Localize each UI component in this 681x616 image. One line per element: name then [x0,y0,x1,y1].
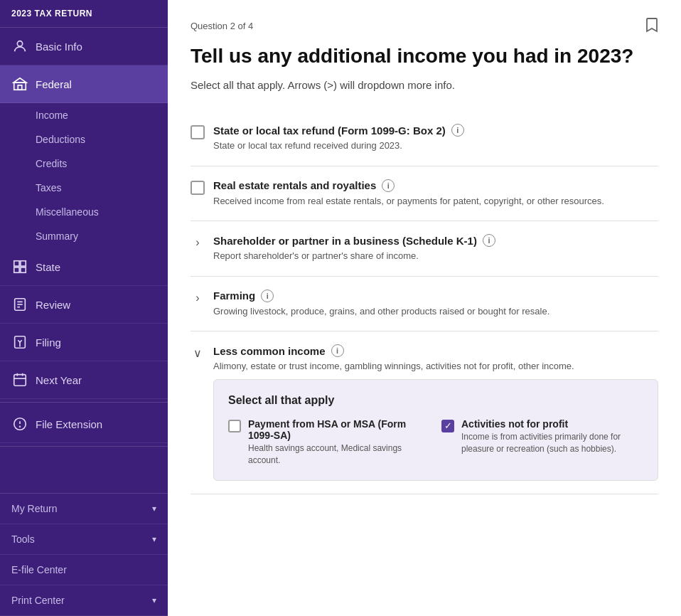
svg-rect-5 [14,267,19,272]
sidebar-sub-credits[interactable]: Credits [0,152,168,176]
info-icon-farming[interactable]: i [261,290,274,302]
svg-rect-6 [21,267,26,272]
expand-option-hsa-content: Payment from HSA or MSA (Form 1099-SA) H… [248,418,430,467]
sidebar-item-basic-info-label: Basic Info [36,41,82,53]
svg-point-0 [17,41,22,46]
state-icon [11,258,28,275]
checkbox-activities[interactable]: ✓ [441,420,454,432]
checkbox-real-estate[interactable] [191,181,205,195]
sidebar-item-filing[interactable]: Filing [0,324,168,361]
sidebar-item-federal-label: Federal [36,78,72,90]
sidebar-bottom-my-return[interactable]: My Return ▾ [0,494,168,524]
sidebar-sub-income[interactable]: Income [0,103,168,127]
filing-icon [11,334,28,351]
option-less-common-title: Less common income i [213,344,658,357]
sidebar-item-next-year-label: Next Year [36,374,82,386]
svg-rect-4 [21,261,26,266]
expand-option-activities: ✓ Activities not for profit Income is fr… [441,418,643,467]
option-less-common: ∨ Less common income i Alimony, estate o… [191,331,658,494]
option-shareholder-desc: Report shareholder's or partner's share … [213,249,658,263]
sidebar: 2023 TAX RETURN Basic Info Federal Incom… [0,0,168,616]
main-content: Question 2 of 4 Tell us any additional i… [168,0,681,616]
info-icon-real-estate[interactable]: i [382,179,395,192]
sidebar-title: 2023 TAX RETURN [0,0,168,28]
building-icon [11,75,28,92]
person-icon [11,38,28,55]
svg-rect-2 [18,85,22,90]
question-counter-row: Question 2 of 4 [191,17,658,35]
expand-option-activities-title: Activities not for profit [461,418,643,430]
chevron-down-icon: ▾ [152,595,156,605]
review-icon [11,296,28,313]
option-shareholder-title: Shareholder or partner in a business (Sc… [213,234,658,247]
option-real-estate-desc: Received income from real estate rentals… [213,194,658,208]
sidebar-item-file-extension[interactable]: File Extension [0,405,168,443]
option-less-common-content: Less common income i Alimony, estate or … [213,344,658,481]
option-farming: › Farming i Growing livestock, produce, … [191,277,658,332]
bookmark-icon[interactable] [645,17,658,35]
info-icon-shareholder[interactable]: i [483,234,495,247]
option-shareholder: › Shareholder or partner in a business (… [191,221,658,277]
expand-grid: Payment from HSA or MSA (Form 1099-SA) H… [228,418,643,467]
info-icon-state-refund[interactable]: i [451,124,464,137]
sidebar-item-review[interactable]: Review [0,286,168,324]
arrow-less-common[interactable]: ∨ [191,346,205,360]
page-title: Tell us any additional income you had in… [191,43,658,69]
expand-option-hsa-desc: Health savings account, Medical savings … [248,442,430,467]
sidebar-item-federal[interactable]: Federal [0,65,168,103]
sidebar-bottom-efile[interactable]: E-file Center [0,555,168,585]
svg-point-19 [20,426,21,427]
option-farming-content: Farming i Growing livestock, produce, gr… [213,290,658,319]
option-real-estate: Real estate rentals and royalties i Rece… [191,166,658,222]
svg-rect-3 [14,261,19,266]
sidebar-bottom-print-center[interactable]: Print Center ▾ [0,585,168,616]
sidebar-item-review-label: Review [36,299,70,311]
sidebar-item-basic-info[interactable]: Basic Info [0,28,168,65]
sidebar-item-filing-label: Filing [36,336,61,349]
expand-panel: Select all that apply Payment from HSA o… [213,379,658,482]
option-shareholder-content: Shareholder or partner in a business (Sc… [213,234,658,263]
expand-panel-title: Select all that apply [228,394,643,407]
sidebar-sub-deductions[interactable]: Deductions [0,127,168,152]
arrow-shareholder[interactable]: › [191,235,205,250]
info-icon-less-common[interactable]: i [331,344,344,357]
sidebar-item-next-year[interactable]: Next Year [0,361,168,399]
chevron-down-icon: ▾ [152,534,156,544]
expand-option-hsa: Payment from HSA or MSA (Form 1099-SA) H… [228,418,430,467]
option-state-refund: State or local tax refund (Form 1099-G: … [191,111,658,166]
option-real-estate-content: Real estate rentals and royalties i Rece… [213,179,658,208]
sidebar-bottom: My Return ▾ Tools ▾ E-file Center Print … [0,493,168,616]
sidebar-bottom-tools[interactable]: Tools ▾ [0,524,168,555]
sidebar-item-state-label: State [36,261,60,273]
question-counter-text: Question 2 of 4 [191,21,253,31]
calendar-icon [11,371,28,388]
option-state-refund-title: State or local tax refund (Form 1099-G: … [213,124,658,137]
option-state-refund-content: State or local tax refund (Form 1099-G: … [213,124,658,153]
expand-option-activities-content: Activities not for profit Income is from… [461,418,643,455]
expand-option-hsa-title: Payment from HSA or MSA (Form 1099-SA) [248,418,430,441]
option-state-refund-desc: State or local tax refund received durin… [213,139,658,153]
option-less-common-desc: Alimony, estate or trust income, gamblin… [213,359,658,373]
question-subtitle: Select all that apply. Arrows (>) will d… [191,79,658,91]
chevron-down-icon: ▾ [152,504,156,514]
checkbox-state-refund[interactable] [191,125,205,139]
sidebar-sub-taxes[interactable]: Taxes [0,176,168,200]
option-farming-title: Farming i [213,290,658,302]
checkbox-hsa[interactable] [228,420,241,432]
file-extension-icon [11,415,28,432]
sidebar-item-file-extension-label: File Extension [36,418,102,430]
sidebar-item-state[interactable]: State [0,248,168,286]
svg-rect-1 [14,83,26,90]
expand-option-activities-desc: Income is from activities primarily done… [461,431,643,455]
option-farming-desc: Growing livestock, produce, grains, and … [213,304,658,319]
option-real-estate-title: Real estate rentals and royalties i [213,179,658,192]
svg-rect-13 [14,375,26,386]
arrow-farming[interactable]: › [191,291,205,305]
sidebar-sub-miscellaneous[interactable]: Miscellaneous [0,200,168,224]
sidebar-sub-summary[interactable]: Summary [0,224,168,248]
